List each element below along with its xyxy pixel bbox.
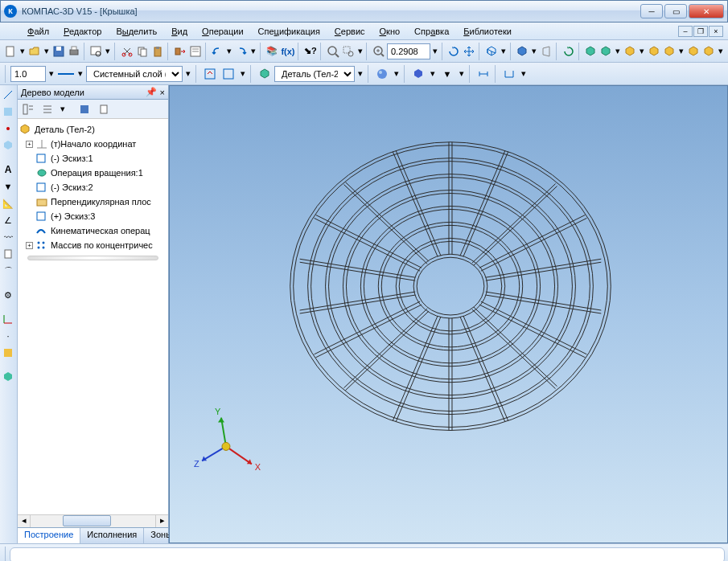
tree-mode2-button[interactable] bbox=[39, 100, 56, 118]
gear-button[interactable]: ⚙ bbox=[0, 287, 16, 303]
pin-icon[interactable]: 📌 bbox=[146, 87, 157, 97]
tree-bar[interactable] bbox=[27, 256, 158, 260]
menu-libraries[interactable]: Библиотеки bbox=[457, 25, 518, 38]
text-button[interactable]: A bbox=[0, 162, 16, 178]
cube6-button[interactable] bbox=[686, 43, 701, 60]
scale-input[interactable] bbox=[10, 66, 46, 82]
part-icon[interactable] bbox=[256, 65, 274, 83]
filter2-button[interactable]: ▼ bbox=[0, 178, 16, 195]
vertex-button[interactable] bbox=[0, 121, 16, 137]
render-button[interactable] bbox=[373, 65, 391, 83]
layer-select[interactable]: Системный слой (0) bbox=[86, 66, 183, 82]
tab-variants[interactable]: Исполнения bbox=[80, 528, 144, 543]
cube3-button[interactable] bbox=[623, 43, 637, 60]
tree-item-origin[interactable]: + (т)Начало координат bbox=[19, 137, 167, 151]
zoom-value-input[interactable] bbox=[387, 43, 430, 59]
cube5-button[interactable] bbox=[662, 43, 677, 60]
open-dropdown[interactable]: ▾ bbox=[43, 43, 51, 60]
close-button[interactable]: ✕ bbox=[689, 4, 724, 18]
sketch-button[interactable] bbox=[201, 65, 219, 83]
edge-button[interactable] bbox=[0, 87, 16, 103]
zoom-window-button[interactable] bbox=[341, 43, 356, 60]
tree-item-array[interactable]: + Массив по концентричес bbox=[19, 238, 167, 252]
menu-window[interactable]: Окно bbox=[373, 25, 407, 38]
tab-build[interactable]: Построение bbox=[18, 528, 80, 543]
help-cursor-button[interactable]: ⬊? bbox=[303, 43, 318, 60]
menu-operations[interactable]: Операции bbox=[195, 25, 249, 38]
cube2-button[interactable] bbox=[598, 43, 613, 60]
body-button[interactable] bbox=[0, 137, 16, 154]
library-button[interactable]: 📚 bbox=[265, 43, 279, 60]
new-dropdown[interactable]: ▾ bbox=[19, 43, 27, 60]
cube-small-button[interactable] bbox=[0, 369, 16, 385]
orient-button[interactable] bbox=[484, 43, 499, 60]
curve-button[interactable]: 〰 bbox=[0, 229, 16, 245]
menu-spec[interactable]: Спецификация bbox=[252, 25, 327, 38]
perspective-button[interactable] bbox=[539, 43, 553, 60]
tree-item-kinematic[interactable]: Кинематическая операц bbox=[19, 223, 167, 238]
tree-save-button[interactable] bbox=[76, 100, 93, 118]
tree-mode1-button[interactable] bbox=[19, 100, 37, 118]
tree-close-icon[interactable]: × bbox=[160, 88, 165, 97]
mdi-minimize[interactable]: – bbox=[678, 26, 693, 37]
tree-item-sketch3[interactable]: (+) Эскиз:3 bbox=[19, 209, 167, 223]
dim2-button[interactable] bbox=[500, 65, 518, 83]
menu-editor[interactable]: Редактор bbox=[57, 25, 108, 38]
cube1-button[interactable] bbox=[583, 43, 598, 60]
save-button[interactable] bbox=[51, 43, 66, 60]
app-menu-icon[interactable] bbox=[5, 23, 19, 40]
rotate-button[interactable] bbox=[446, 43, 461, 60]
shade-button[interactable] bbox=[515, 43, 529, 60]
color-cube-button[interactable] bbox=[409, 65, 427, 83]
tree-item-sketch1[interactable]: (-) Эскиз:1 bbox=[19, 151, 167, 166]
ruler-button[interactable]: 📐 bbox=[0, 195, 16, 211]
point-button[interactable]: · bbox=[0, 328, 16, 344]
paste-button[interactable] bbox=[150, 43, 165, 60]
mdi-close[interactable]: × bbox=[709, 26, 723, 37]
part-select[interactable]: Деталь (Тел-2) bbox=[274, 66, 355, 82]
new-button[interactable] bbox=[3, 43, 18, 60]
maximize-button[interactable]: ▭ bbox=[664, 4, 687, 18]
menu-help[interactable]: Справка bbox=[408, 25, 455, 38]
cut-button[interactable] bbox=[120, 43, 134, 60]
copy-button[interactable] bbox=[135, 43, 150, 60]
color-button[interactable] bbox=[0, 345, 16, 361]
tree-item-revolve[interactable]: Операция вращения:1 bbox=[19, 166, 167, 180]
report-button[interactable] bbox=[0, 246, 16, 262]
tree-doc-button[interactable] bbox=[95, 100, 113, 118]
face-button[interactable] bbox=[0, 104, 16, 120]
preview-button[interactable] bbox=[88, 43, 103, 60]
curve2-button[interactable]: ⌒ bbox=[0, 263, 16, 279]
dim1-button[interactable] bbox=[475, 65, 492, 83]
menu-view[interactable]: Вид bbox=[165, 25, 194, 38]
coord-button[interactable] bbox=[0, 311, 16, 327]
tree-hscroll[interactable]: ◂ ▸ bbox=[18, 514, 168, 527]
cube7-button[interactable] bbox=[701, 43, 716, 60]
open-button[interactable] bbox=[27, 43, 42, 60]
mdi-restore[interactable]: ❐ bbox=[693, 26, 708, 37]
redo-button[interactable] bbox=[234, 43, 249, 60]
property-panel[interactable] bbox=[10, 547, 725, 561]
menu-file[interactable]: Файл bbox=[21, 25, 56, 38]
pan-button[interactable] bbox=[462, 43, 476, 60]
tree-root[interactable]: Деталь (Тел-2) bbox=[19, 122, 167, 137]
linetype-button[interactable] bbox=[57, 65, 75, 83]
properties-button[interactable] bbox=[188, 43, 203, 60]
angle-button[interactable]: ∠ bbox=[0, 212, 16, 228]
zoom-fit-button[interactable] bbox=[325, 43, 339, 60]
tree-item-sketch2[interactable]: (-) Эскиз:2 bbox=[19, 180, 167, 195]
filter-button[interactable]: ▼ bbox=[438, 65, 456, 83]
sketch2-button[interactable] bbox=[220, 65, 237, 83]
print-button[interactable] bbox=[67, 43, 81, 60]
zoom-in-button[interactable] bbox=[372, 43, 386, 60]
viewport-3d[interactable]: X Y Z bbox=[169, 85, 728, 543]
undo-button[interactable] bbox=[210, 43, 224, 60]
tree-item-plane[interactable]: Перпендикулярная плос bbox=[19, 195, 167, 209]
redraw-button[interactable] bbox=[561, 43, 575, 60]
menu-service[interactable]: Сервис bbox=[328, 25, 372, 38]
menu-select[interactable]: Выделить bbox=[109, 25, 163, 38]
minimize-button[interactable]: ─ bbox=[640, 4, 663, 18]
variables-button[interactable]: f(x) bbox=[280, 43, 295, 60]
cube4-button[interactable] bbox=[647, 43, 661, 60]
copy-props-button[interactable] bbox=[172, 43, 187, 60]
